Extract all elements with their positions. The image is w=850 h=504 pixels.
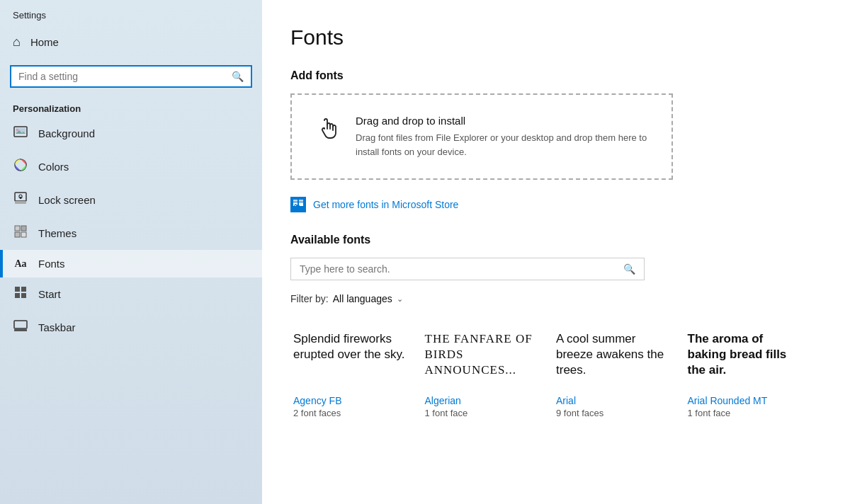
background-icon — [13, 125, 28, 142]
svg-rect-22 — [299, 200, 303, 202]
svg-rect-12 — [21, 232, 26, 237]
svg-rect-9 — [15, 226, 20, 231]
sidebar-item-fonts[interactable]: Aa Fonts — [0, 250, 262, 277]
available-fonts-heading: Available fonts — [290, 234, 816, 246]
drag-drop-area[interactable]: Drag and drop to install Drag font files… — [290, 93, 673, 180]
drag-subtitle: Drag font files from File Explorer or yo… — [356, 131, 649, 159]
font-name-arial-rounded[interactable]: Arial Rounded MT — [688, 395, 805, 406]
font-name-algerian[interactable]: Algerian — [425, 395, 542, 406]
svg-rect-10 — [21, 226, 26, 231]
search-box: 🔍 — [10, 65, 252, 88]
home-icon: ⌂ — [13, 35, 21, 50]
font-name-arial[interactable]: Arial — [556, 395, 673, 406]
svg-rect-15 — [15, 293, 20, 298]
sidebar-item-start[interactable]: Start — [0, 277, 262, 311]
svg-rect-8 — [20, 197, 21, 199]
personalization-label: Personalization — [0, 98, 262, 117]
fonts-search-input[interactable] — [300, 263, 623, 275]
font-card-agency-fb: Splendid fireworks erupted over the sky.… — [290, 320, 422, 430]
store-link-text: Get more fonts in Microsoft Store — [313, 199, 458, 210]
taskbar-icon — [13, 319, 28, 336]
svg-rect-6 — [15, 201, 26, 204]
font-card-arial: A cool summer breeze awakens the trees. … — [553, 320, 685, 430]
search-icon: 🔍 — [232, 71, 244, 82]
svg-rect-21 — [293, 200, 298, 202]
font-preview-agency-fb: Splendid fireworks erupted over the sky. — [293, 331, 410, 388]
store-link[interactable]: 🛍 Get more fonts in Microsoft Store — [290, 197, 816, 212]
add-fonts-heading: Add fonts — [290, 69, 816, 82]
sidebar-item-fonts-label: Fonts — [38, 258, 65, 270]
sidebar-item-lock-screen[interactable]: Lock screen — [0, 183, 262, 217]
filter-label: Filter by: — [290, 293, 329, 304]
sidebar-item-themes-label: Themes — [38, 227, 76, 239]
filter-value[interactable]: All languages — [333, 293, 392, 304]
lock-screen-icon — [13, 191, 28, 209]
main-content: Fonts Add fonts Drag and drop to install… — [262, 0, 850, 504]
sidebar-item-background[interactable]: Background — [0, 117, 262, 150]
font-card-algerian: THE FANFARE OF BIRDS ANNOUNCES... Algeri… — [422, 320, 554, 430]
font-preview-arial-rounded: The aroma of baking bread fills the air. — [688, 331, 805, 388]
filter-row: Filter by: All languages ⌄ — [290, 293, 816, 304]
home-label: Home — [30, 36, 59, 48]
start-icon — [13, 285, 28, 303]
home-button[interactable]: ⌂ Home — [0, 26, 262, 58]
font-faces-algerian: 1 font face — [425, 408, 542, 418]
fonts-search-box: 🔍 — [290, 258, 645, 280]
font-faces-agency-fb: 2 font faces — [293, 408, 410, 418]
sidebar-item-background-label: Background — [38, 127, 95, 139]
font-faces-arial-rounded: 1 font face — [688, 408, 805, 418]
fonts-search-icon: 🔍 — [623, 263, 635, 275]
font-faces-arial: 9 font faces — [556, 408, 673, 418]
sidebar-item-themes[interactable]: Themes — [0, 217, 262, 250]
svg-rect-14 — [21, 287, 26, 292]
app-title: Settings — [0, 0, 262, 26]
sidebar-item-start-label: Start — [38, 288, 61, 300]
svg-rect-11 — [15, 232, 20, 237]
font-preview-algerian: THE FANFARE OF BIRDS ANNOUNCES... — [425, 331, 542, 388]
themes-icon — [13, 224, 28, 242]
font-card-arial-rounded: The aroma of baking bread fills the air.… — [685, 320, 817, 430]
sidebar-item-colors[interactable]: Colors — [0, 150, 262, 183]
store-icon: 🛍 — [290, 197, 306, 212]
svg-rect-13 — [15, 287, 20, 292]
drag-text: Drag and drop to install Drag font files… — [356, 115, 649, 159]
sidebar-item-lock-screen-label: Lock screen — [38, 194, 96, 206]
font-preview-arial: A cool summer breeze awakens the trees. — [556, 331, 673, 388]
drag-icon — [314, 116, 341, 149]
drag-title: Drag and drop to install — [356, 115, 649, 127]
svg-rect-17 — [14, 321, 27, 328]
page-title: Fonts — [290, 25, 816, 50]
search-input[interactable] — [18, 71, 232, 82]
chevron-down-icon[interactable]: ⌄ — [397, 294, 403, 304]
colors-icon — [13, 158, 28, 176]
svg-point-2 — [16, 129, 18, 131]
svg-text:🛍: 🛍 — [294, 203, 300, 210]
font-name-agency-fb[interactable]: Agency FB — [293, 395, 410, 406]
sidebar-item-colors-label: Colors — [38, 161, 69, 173]
svg-rect-18 — [14, 329, 27, 331]
sidebar-item-taskbar[interactable]: Taskbar — [0, 311, 262, 344]
fonts-icon: Aa — [13, 258, 28, 270]
sidebar: Settings ⌂ Home 🔍 Personalization Backgr… — [0, 0, 262, 504]
svg-rect-16 — [21, 293, 26, 298]
fonts-grid: Splendid fireworks erupted over the sky.… — [290, 320, 816, 430]
sidebar-item-taskbar-label: Taskbar — [38, 321, 76, 333]
